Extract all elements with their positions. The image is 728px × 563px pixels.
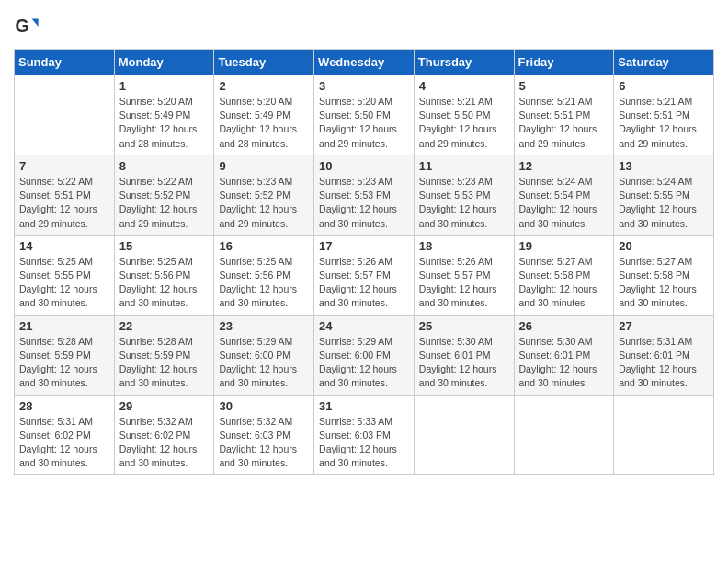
day-number: 29 <box>119 399 210 413</box>
day-number: 11 <box>419 159 509 173</box>
calendar-header: SundayMondayTuesdayWednesdayThursdayFrid… <box>15 50 714 75</box>
calendar-cell: 16Sunrise: 5:25 AMSunset: 5:56 PMDayligh… <box>214 235 314 315</box>
calendar-week-row: 7Sunrise: 5:22 AMSunset: 5:51 PMDaylight… <box>15 155 714 235</box>
day-number: 27 <box>619 319 709 333</box>
calendar-cell <box>15 75 115 155</box>
calendar-week-row: 1Sunrise: 5:20 AMSunset: 5:49 PMDaylight… <box>15 75 714 155</box>
calendar-week-row: 28Sunrise: 5:31 AMSunset: 6:02 PMDayligh… <box>15 395 714 475</box>
day-number: 14 <box>19 239 109 253</box>
svg-text:G: G <box>15 16 28 36</box>
day-info: Sunrise: 5:20 AMSunset: 5:49 PMDaylight:… <box>219 95 309 151</box>
calendar-cell: 19Sunrise: 5:27 AMSunset: 5:58 PMDayligh… <box>514 235 614 315</box>
day-info: Sunrise: 5:28 AMSunset: 5:59 PMDaylight:… <box>119 335 210 391</box>
day-number: 20 <box>619 239 709 253</box>
calendar-cell: 3Sunrise: 5:20 AMSunset: 5:50 PMDaylight… <box>314 75 415 155</box>
logo-icon: G <box>14 14 40 40</box>
calendar-cell <box>414 395 514 475</box>
page-header: G <box>14 14 714 40</box>
day-number: 10 <box>319 159 409 173</box>
day-info: Sunrise: 5:26 AMSunset: 5:57 PMDaylight:… <box>419 255 509 311</box>
day-number: 18 <box>419 239 509 253</box>
day-info: Sunrise: 5:30 AMSunset: 6:01 PMDaylight:… <box>419 335 509 391</box>
calendar-cell: 26Sunrise: 5:30 AMSunset: 6:01 PMDayligh… <box>514 315 614 395</box>
day-number: 9 <box>219 159 309 173</box>
calendar-cell: 14Sunrise: 5:25 AMSunset: 5:55 PMDayligh… <box>15 235 115 315</box>
day-number: 8 <box>119 159 210 173</box>
calendar-cell: 30Sunrise: 5:32 AMSunset: 6:03 PMDayligh… <box>214 395 314 475</box>
day-number: 3 <box>319 79 409 93</box>
day-info: Sunrise: 5:27 AMSunset: 5:58 PMDaylight:… <box>619 255 709 311</box>
calendar-cell: 12Sunrise: 5:24 AMSunset: 5:54 PMDayligh… <box>514 155 614 235</box>
calendar-cell: 8Sunrise: 5:22 AMSunset: 5:52 PMDaylight… <box>114 155 214 235</box>
calendar-cell: 22Sunrise: 5:28 AMSunset: 5:59 PMDayligh… <box>114 315 214 395</box>
calendar-body: 1Sunrise: 5:20 AMSunset: 5:49 PMDaylight… <box>15 75 714 475</box>
calendar-cell: 29Sunrise: 5:32 AMSunset: 6:02 PMDayligh… <box>114 395 214 475</box>
weekday-header-thursday: Thursday <box>414 50 514 75</box>
day-info: Sunrise: 5:20 AMSunset: 5:50 PMDaylight:… <box>319 95 409 151</box>
day-number: 7 <box>19 159 109 173</box>
day-number: 24 <box>319 319 409 333</box>
day-number: 1 <box>119 79 210 93</box>
day-info: Sunrise: 5:32 AMSunset: 6:03 PMDaylight:… <box>219 415 309 471</box>
calendar-cell: 1Sunrise: 5:20 AMSunset: 5:49 PMDaylight… <box>114 75 214 155</box>
calendar-cell: 15Sunrise: 5:25 AMSunset: 5:56 PMDayligh… <box>114 235 214 315</box>
weekday-header-saturday: Saturday <box>614 50 714 75</box>
calendar-cell: 2Sunrise: 5:20 AMSunset: 5:49 PMDaylight… <box>214 75 314 155</box>
day-info: Sunrise: 5:31 AMSunset: 6:02 PMDaylight:… <box>19 415 109 471</box>
day-number: 16 <box>219 239 309 253</box>
day-info: Sunrise: 5:32 AMSunset: 6:02 PMDaylight:… <box>119 415 210 471</box>
day-number: 22 <box>119 319 210 333</box>
calendar-cell: 27Sunrise: 5:31 AMSunset: 6:01 PMDayligh… <box>614 315 714 395</box>
day-info: Sunrise: 5:23 AMSunset: 5:52 PMDaylight:… <box>219 175 309 231</box>
calendar-week-row: 14Sunrise: 5:25 AMSunset: 5:55 PMDayligh… <box>15 235 714 315</box>
calendar-cell: 9Sunrise: 5:23 AMSunset: 5:52 PMDaylight… <box>214 155 314 235</box>
day-info: Sunrise: 5:27 AMSunset: 5:58 PMDaylight:… <box>519 255 609 311</box>
calendar-cell: 5Sunrise: 5:21 AMSunset: 5:51 PMDaylight… <box>514 75 614 155</box>
calendar-cell: 4Sunrise: 5:21 AMSunset: 5:50 PMDaylight… <box>414 75 514 155</box>
calendar-cell: 18Sunrise: 5:26 AMSunset: 5:57 PMDayligh… <box>414 235 514 315</box>
day-number: 6 <box>619 79 709 93</box>
calendar-cell: 24Sunrise: 5:29 AMSunset: 6:00 PMDayligh… <box>314 315 415 395</box>
calendar-cell: 6Sunrise: 5:21 AMSunset: 5:51 PMDaylight… <box>614 75 714 155</box>
calendar-cell: 20Sunrise: 5:27 AMSunset: 5:58 PMDayligh… <box>614 235 714 315</box>
day-info: Sunrise: 5:21 AMSunset: 5:51 PMDaylight:… <box>619 95 709 151</box>
calendar-cell <box>614 395 714 475</box>
day-info: Sunrise: 5:25 AMSunset: 5:55 PMDaylight:… <box>19 255 109 311</box>
weekday-header-friday: Friday <box>514 50 614 75</box>
day-info: Sunrise: 5:21 AMSunset: 5:51 PMDaylight:… <box>519 95 609 151</box>
day-number: 28 <box>19 399 109 413</box>
day-number: 25 <box>419 319 509 333</box>
calendar-cell: 11Sunrise: 5:23 AMSunset: 5:53 PMDayligh… <box>414 155 514 235</box>
weekday-header-tuesday: Tuesday <box>214 50 314 75</box>
calendar-cell <box>514 395 614 475</box>
day-info: Sunrise: 5:29 AMSunset: 6:00 PMDaylight:… <box>219 335 309 391</box>
day-info: Sunrise: 5:24 AMSunset: 5:55 PMDaylight:… <box>619 175 709 231</box>
day-number: 4 <box>419 79 509 93</box>
calendar-table: SundayMondayTuesdayWednesdayThursdayFrid… <box>14 49 714 475</box>
logo: G <box>14 14 41 40</box>
day-number: 17 <box>319 239 409 253</box>
day-info: Sunrise: 5:24 AMSunset: 5:54 PMDaylight:… <box>519 175 609 231</box>
day-number: 12 <box>519 159 609 173</box>
day-info: Sunrise: 5:21 AMSunset: 5:50 PMDaylight:… <box>419 95 509 151</box>
day-number: 5 <box>519 79 609 93</box>
day-info: Sunrise: 5:31 AMSunset: 6:01 PMDaylight:… <box>619 335 709 391</box>
calendar-cell: 17Sunrise: 5:26 AMSunset: 5:57 PMDayligh… <box>314 235 415 315</box>
day-info: Sunrise: 5:20 AMSunset: 5:49 PMDaylight:… <box>119 95 210 151</box>
calendar-cell: 7Sunrise: 5:22 AMSunset: 5:51 PMDaylight… <box>15 155 115 235</box>
day-number: 30 <box>219 399 309 413</box>
day-info: Sunrise: 5:22 AMSunset: 5:52 PMDaylight:… <box>119 175 210 231</box>
calendar-cell: 21Sunrise: 5:28 AMSunset: 5:59 PMDayligh… <box>15 315 115 395</box>
calendar-cell: 31Sunrise: 5:33 AMSunset: 6:03 PMDayligh… <box>314 395 415 475</box>
day-info: Sunrise: 5:22 AMSunset: 5:51 PMDaylight:… <box>19 175 109 231</box>
calendar-cell: 28Sunrise: 5:31 AMSunset: 6:02 PMDayligh… <box>15 395 115 475</box>
day-info: Sunrise: 5:28 AMSunset: 5:59 PMDaylight:… <box>19 335 109 391</box>
day-number: 23 <box>219 319 309 333</box>
day-info: Sunrise: 5:29 AMSunset: 6:00 PMDaylight:… <box>319 335 409 391</box>
day-number: 15 <box>119 239 210 253</box>
day-number: 31 <box>319 399 409 413</box>
weekday-header-monday: Monday <box>114 50 214 75</box>
weekday-header-row: SundayMondayTuesdayWednesdayThursdayFrid… <box>15 50 714 75</box>
day-number: 19 <box>519 239 609 253</box>
calendar-cell: 23Sunrise: 5:29 AMSunset: 6:00 PMDayligh… <box>214 315 314 395</box>
